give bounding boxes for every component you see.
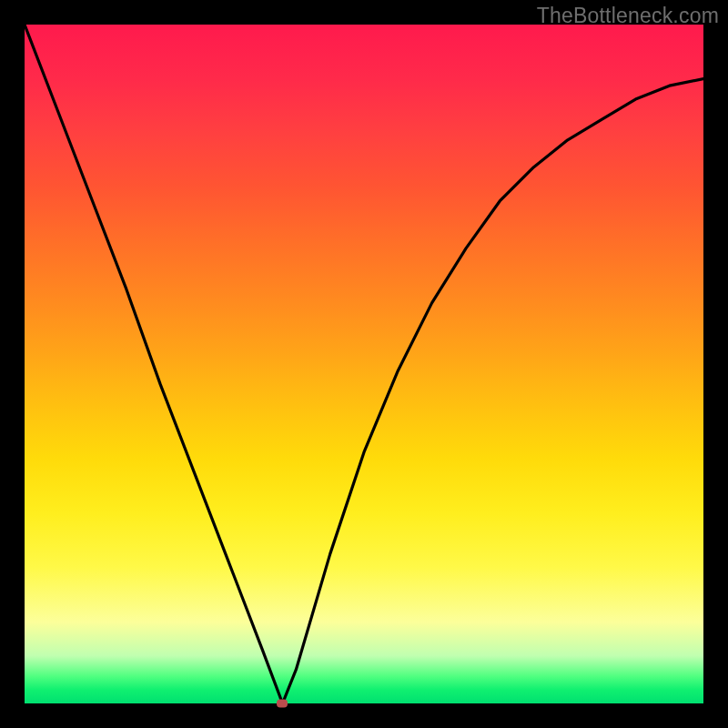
plot-area — [25, 25, 703, 703]
optimal-marker — [277, 700, 288, 708]
chart-frame: TheBottleneck.com — [0, 0, 728, 728]
bottleneck-curve — [25, 25, 703, 703]
watermark-text: TheBottleneck.com — [537, 4, 719, 28]
